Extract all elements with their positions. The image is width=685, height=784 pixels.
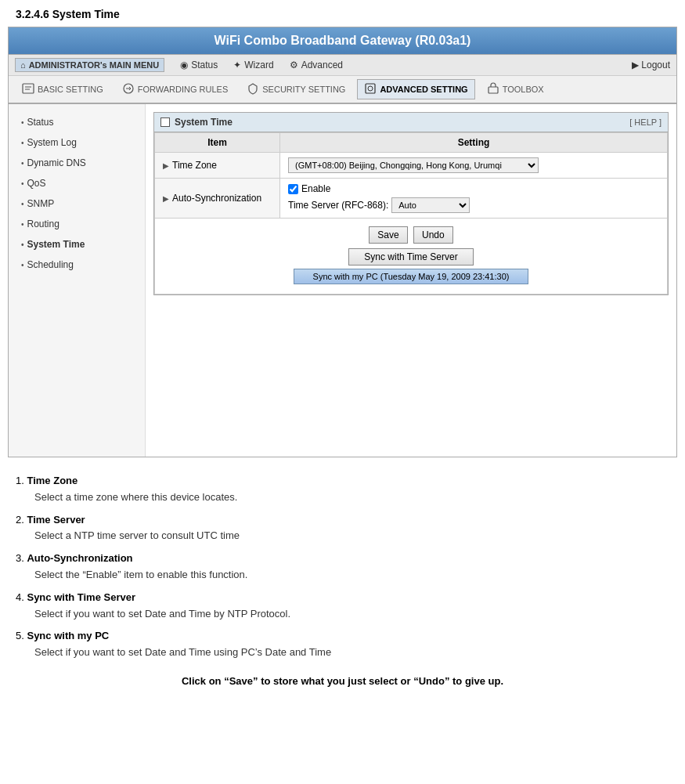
bullet-icon: • <box>21 261 24 269</box>
advanced-setting-label: ADVANCED SETTING <box>380 85 467 94</box>
security-setting-label: SECURITY SETTING <box>262 85 345 94</box>
help-link[interactable]: [ HELP ] <box>629 117 662 127</box>
auto-sync-label: Auto-Synchronization <box>172 193 261 204</box>
doc-item-1: 1. Time Zone Select a time zone where th… <box>16 473 669 506</box>
wizard-label: Wizard <box>244 60 273 70</box>
doc-term-4: Sync with Time Server <box>27 591 135 603</box>
router-ui: WiFi Combo Broadband Gateway (R0.03a1) ⌂… <box>8 27 677 457</box>
section-heading: 3.2.4.6 System Time <box>0 0 685 27</box>
svg-rect-4 <box>366 84 375 93</box>
col-setting-header: Setting <box>280 133 668 153</box>
doc-term-2: Time Server <box>27 514 85 526</box>
sidebar-item-snmp[interactable]: • SNMP <box>9 193 145 214</box>
panel-icon <box>160 117 170 127</box>
enable-label: Enable <box>301 183 330 194</box>
sidebar-status-label: Status <box>27 117 54 128</box>
bullet-icon: • <box>21 200 24 208</box>
sync-pc-button[interactable]: Sync with my PC (Tuesday May 19, 2009 23… <box>294 269 528 284</box>
security-icon <box>247 82 259 96</box>
save-button[interactable]: Save <box>369 226 407 244</box>
status-nav-item[interactable]: ◉ Status <box>180 60 218 70</box>
time-server-label: Time Server (RFC-868): <box>288 200 388 211</box>
doc-desc-2: Select a NTP time server to consult UTC … <box>16 528 669 544</box>
sidebar-item-qos[interactable]: • QoS <box>9 173 145 193</box>
bullet-icon: • <box>21 159 24 168</box>
wizard-nav-item[interactable]: ✦ Wizard <box>233 60 273 70</box>
timezone-label-area: ▶ Time Zone <box>163 160 272 171</box>
doc-term-3: Auto-Synchronization <box>27 552 132 564</box>
timezone-label: Time Zone <box>172 160 217 171</box>
sync-server-row: Sync with Time Server <box>161 248 661 266</box>
buttons-row: Save Undo Sync with Time Server Sync wit… <box>155 219 668 294</box>
wizard-icon: ✦ <box>233 60 241 70</box>
advanced-nav-item[interactable]: ⚙ Advanced <box>290 60 343 70</box>
doc-desc-1: Select a time zone where this device loc… <box>16 490 669 506</box>
toolbox-icon <box>487 82 499 96</box>
doc-desc-3: Select the “Enable” item to enable this … <box>16 567 669 583</box>
auto-sync-label-area: ▶ Auto-Synchronization <box>163 193 272 204</box>
svg-rect-6 <box>489 87 498 93</box>
auto-sync-arrow-icon: ▶ <box>163 194 169 203</box>
documentation-section: 1. Time Zone Select a time zone where th… <box>0 465 685 698</box>
doc-term-1: Time Zone <box>27 475 78 486</box>
enable-checkbox-label: Enable <box>288 183 659 194</box>
sync-pc-row: Sync with my PC (Tuesday May 19, 2009 23… <box>161 269 661 284</box>
sidebar-item-routing[interactable]: • Routing <box>9 214 145 234</box>
time-server-select[interactable]: Auto <box>391 197 470 213</box>
sidebar: • Status • System Log • Dynamic DNS • Qo… <box>9 104 146 457</box>
doc-desc-4: Select if you want to set Date and Time … <box>16 606 669 623</box>
enable-checkbox[interactable] <box>288 184 298 194</box>
nav-forwarding-rules[interactable]: FORWARDING RULES <box>115 79 236 99</box>
toolbox-label: TOOLBOX <box>503 85 544 94</box>
doc-item-3: 3. Auto-Synchronization Select the “Enab… <box>16 551 669 583</box>
timezone-item-cell: ▶ Time Zone <box>155 153 280 179</box>
svg-point-5 <box>368 86 373 91</box>
auto-sync-row: ▶ Auto-Synchronization Enable <box>155 179 668 219</box>
panel-title-area: System Time <box>160 117 233 128</box>
doc-item-2: 2. Time Server Select a NTP time server … <box>16 512 669 545</box>
sync-server-button[interactable]: Sync with Time Server <box>348 248 474 266</box>
nav-toolbox[interactable]: TOOLBOX <box>480 79 551 99</box>
router-title: WiFi Combo Broadband Gateway (R0.03a1) <box>215 34 471 47</box>
settings-table: Item Setting ▶ Time Zone <box>154 132 668 294</box>
sidebar-item-system-log[interactable]: • System Log <box>9 132 145 153</box>
sidebar-system-time-label: System Time <box>27 239 85 250</box>
bullet-icon: • <box>21 240 24 249</box>
admin-label: ADMINISTRATOR's MAIN MENU <box>29 60 160 70</box>
logout-item[interactable]: ▶ Logout <box>632 60 670 70</box>
status-icon: ◉ <box>180 60 188 70</box>
home-icon: ⌂ <box>20 60 26 70</box>
bullet-icon: • <box>21 179 24 188</box>
nav-security-setting[interactable]: SECURITY SETTING <box>240 79 352 99</box>
basic-setting-label: BASIC SETTING <box>38 85 103 94</box>
title-bar: WiFi Combo Broadband Gateway (R0.03a1) <box>9 27 676 55</box>
doc-item-5: 5. Sync with my PC Select if you want to… <box>16 628 669 661</box>
save-undo-row: Save Undo <box>161 225 661 245</box>
status-label: Status <box>191 60 218 70</box>
logout-label: Logout <box>641 60 670 70</box>
sidebar-scheduling-label: Scheduling <box>27 259 74 270</box>
sidebar-snmp-label: SNMP <box>27 198 55 209</box>
time-server-row: Time Server (RFC-868): Auto <box>288 197 659 213</box>
doc-item-4: 4. Sync with Time Server Select if you w… <box>16 590 669 623</box>
doc-note: Click on “Save” to store what you just s… <box>16 674 669 690</box>
nav-basic-setting[interactable]: BASIC SETTING <box>15 79 110 99</box>
timezone-arrow-icon: ▶ <box>163 161 169 170</box>
nav-advanced-setting[interactable]: ADVANCED SETTING <box>357 79 474 99</box>
timezone-setting-cell: (GMT+08:00) Beijing, Chongqing, Hong Kon… <box>280 153 668 179</box>
sidebar-item-system-time[interactable]: • System Time <box>9 234 145 255</box>
timezone-select[interactable]: (GMT+08:00) Beijing, Chongqing, Hong Kon… <box>288 157 539 173</box>
doc-desc-5: Select if you want to set Date and Time … <box>16 645 669 661</box>
undo-button[interactable]: Undo <box>413 226 453 244</box>
second-nav: BASIC SETTING FORWARDING RULES SECURITY … <box>9 76 676 104</box>
bullet-icon: • <box>21 220 24 229</box>
admin-menu-item[interactable]: ⌂ ADMINISTRATOR's MAIN MENU <box>15 58 164 72</box>
advanced-icon: ⚙ <box>290 60 298 70</box>
sidebar-item-status[interactable]: • Status <box>9 112 145 132</box>
advanced-label: Advanced <box>301 60 343 70</box>
sidebar-dynamic-dns-label: Dynamic DNS <box>27 157 86 168</box>
bullet-icon: • <box>21 139 24 147</box>
forwarding-icon <box>122 82 135 96</box>
sidebar-item-dynamic-dns[interactable]: • Dynamic DNS <box>9 153 145 173</box>
sidebar-item-scheduling[interactable]: • Scheduling <box>9 255 145 275</box>
